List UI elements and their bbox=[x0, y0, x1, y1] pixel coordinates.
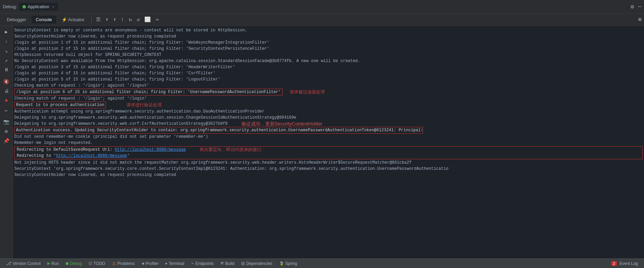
status-dependencies[interactable]: ⛓ Dependencies bbox=[238, 259, 276, 268]
terminal-icon: ▸ bbox=[166, 261, 168, 266]
console-line-1: SecurityContext is empty or contents are… bbox=[13, 27, 644, 33]
console-text-20a: Redirecting to DefaultSavedRequest Url: bbox=[17, 147, 115, 153]
console-line-4: /login at position 2 of 15 in additional… bbox=[13, 46, 644, 52]
annotation-20: 再次重定向，即访问原来的接口 bbox=[200, 147, 262, 153]
console-line-10: Checking match of request : '/login'; ag… bbox=[13, 83, 644, 89]
status-right: 2 Event Log bbox=[608, 261, 641, 266]
sidebar-btn-camera[interactable]: 📷 bbox=[1, 117, 12, 126]
console-line-2: SecurityContextHolder now cleared, as re… bbox=[13, 33, 644, 40]
sidebar-btn-pin[interactable]: 📌 bbox=[1, 136, 12, 145]
console-output[interactable]: SecurityContext is empty or contents are… bbox=[13, 26, 644, 258]
toolbar-btn-menu[interactable]: ☰ bbox=[94, 16, 102, 24]
console-line-13: Request is to process authentication 请求进… bbox=[13, 102, 644, 108]
console-line-23: SecurityContext 'org.springframework.sec… bbox=[13, 166, 644, 172]
console-text-2: SecurityContextHolder now cleared, as re… bbox=[14, 33, 176, 40]
toolbar-btn-down[interactable]: ⬇ bbox=[111, 16, 118, 24]
console-text-1: SecurityContext is empty or contents are… bbox=[14, 27, 247, 33]
sidebar-btn-resume[interactable]: ▶ bbox=[1, 27, 12, 36]
console-line-15: Delegating to org.springframework.securi… bbox=[13, 115, 644, 121]
console-text-23: SecurityContext 'org.springframework.sec… bbox=[14, 166, 449, 172]
console-line-19: Remember-me login not requested. bbox=[13, 140, 644, 146]
status-endpoints-label: Endpoints bbox=[195, 261, 214, 266]
status-terminal-label: Terminal bbox=[169, 261, 184, 266]
console-line-6: No SecurityContext was available from th… bbox=[13, 58, 644, 64]
console-text-7: /login at position 3 of 15 in additional… bbox=[14, 64, 235, 70]
debug-dot-icon bbox=[66, 262, 68, 265]
status-bar: ⎇ Version Control ▶ Run Debug ☑ TODO ⚠ P… bbox=[0, 258, 644, 268]
status-profiler[interactable]: ◈ Profiler bbox=[138, 259, 162, 268]
settings-icon[interactable]: ⚙ bbox=[631, 3, 634, 10]
highlighted-box-13: Request is to process authentication bbox=[14, 102, 106, 108]
status-build[interactable]: ⚒ Build bbox=[217, 259, 238, 268]
console-text-8: /login at position 4 of 15 in additional… bbox=[14, 70, 216, 76]
run-icon: ▶ bbox=[47, 261, 50, 266]
console-link-21[interactable]: http://localhost:8080/message bbox=[56, 153, 127, 159]
console-line-12: Checking match of request : '/login'; ag… bbox=[13, 95, 644, 102]
profiler-icon: ◈ bbox=[142, 261, 144, 266]
console-text-18: Did not send remember-me cookie (princip… bbox=[14, 134, 208, 140]
tab-debugger[interactable]: Debugger bbox=[3, 16, 30, 24]
console-line-3: /login at position 1 of 15 in additional… bbox=[13, 40, 644, 46]
console-text-15: Delegating to org.springframework.securi… bbox=[14, 115, 296, 121]
console-text-9: /login at position 5 of 15 in additional… bbox=[14, 76, 220, 83]
status-version-control-label: Version Control bbox=[13, 261, 41, 266]
sidebar-btn-stepout[interactable]: ↗ bbox=[1, 56, 12, 65]
spring-icon: 🍃 bbox=[279, 261, 284, 266]
sidebar-btn-mute[interactable]: 🔇 bbox=[1, 77, 12, 86]
todo-icon: ☑ bbox=[89, 261, 92, 266]
app-tab[interactable]: Application × bbox=[19, 3, 58, 11]
title-bar: Debug: Application × ⚙ — bbox=[0, 0, 644, 14]
console-text-16: Delegating to org.springframework.securi… bbox=[14, 121, 228, 127]
console-line-8: /login at position 4 of 15 in additional… bbox=[13, 70, 644, 76]
tab-actuator[interactable]: ⚡ Actuator bbox=[58, 16, 89, 24]
console-line-7: /login at position 3 of 15 in additional… bbox=[13, 64, 644, 70]
app-close-icon[interactable]: × bbox=[52, 5, 54, 9]
sidebar-btn-stepinto[interactable]: ↘ bbox=[1, 46, 12, 55]
toolbar-btn-columns[interactable]: ⇔ bbox=[154, 16, 160, 24]
status-todo-label: TODO bbox=[93, 261, 105, 266]
status-todo[interactable]: ☑ TODO bbox=[85, 259, 108, 268]
console-link-20[interactable]: http://localhost:8080/message bbox=[115, 147, 186, 153]
status-terminal[interactable]: ▸ Terminal bbox=[162, 259, 188, 268]
console-line-18: Did not send remember-me cookie (princip… bbox=[13, 134, 644, 140]
console-text-11: /login at position 6 of 15 in additional… bbox=[16, 90, 281, 94]
status-problems[interactable]: ⚠ Problems bbox=[109, 259, 138, 268]
toolbar: Debugger Console ⚡ Actuator ☰ ⬆ ⬇ ↕ ↻ ↺ … bbox=[0, 14, 644, 26]
console-text-10: Checking match of request : '/login'; ag… bbox=[14, 83, 149, 89]
toolbar-btn-rotate[interactable]: ↻ bbox=[127, 16, 133, 24]
redirect-box: Redirecting to DefaultSavedRequest Url: … bbox=[14, 146, 643, 159]
console-text-22: Not injecting HSTS header since it did n… bbox=[14, 160, 412, 166]
event-log-badge: 2 bbox=[611, 261, 617, 266]
status-spring[interactable]: 🍃 Spring bbox=[276, 259, 301, 268]
sidebar-btn-print[interactable]: 🖨 bbox=[1, 87, 12, 95]
debug-label: Debug: bbox=[3, 4, 17, 9]
console-line-16: Delegating to org.springframework.securi… bbox=[13, 121, 644, 127]
sidebar-btn-stop[interactable]: ■ bbox=[1, 96, 12, 105]
app-tab-label: Application bbox=[28, 4, 49, 9]
highlighted-box-11: /login at position 6 of 15 in additional… bbox=[14, 89, 283, 95]
toolbar-btn-up[interactable]: ⬆ bbox=[104, 16, 110, 24]
toolbar-btn-updown[interactable]: ↕ bbox=[119, 16, 126, 23]
title-bar-controls: ⚙ — bbox=[631, 3, 641, 10]
toolbar-separator bbox=[91, 16, 92, 23]
toolbar-btn-reload[interactable]: ↺ bbox=[135, 16, 141, 24]
status-dependencies-label: Dependencies bbox=[246, 261, 272, 266]
console-line-20: Redirecting to DefaultSavedRequest Url: … bbox=[15, 147, 642, 153]
console-line-11: /login at position 6 of 15 in additional… bbox=[13, 89, 644, 95]
toolbar-expand-icon[interactable]: ⊞ bbox=[638, 16, 641, 23]
tab-console[interactable]: Console bbox=[32, 16, 56, 24]
toolbar-btn-square[interactable]: ⬜ bbox=[143, 16, 153, 24]
status-debug[interactable]: Debug bbox=[62, 259, 85, 268]
status-run[interactable]: ▶ Run bbox=[44, 259, 62, 268]
sidebar-btn-pause[interactable]: ⏸ bbox=[1, 65, 12, 74]
console-text-6: No SecurityContext was available from th… bbox=[14, 58, 360, 64]
sidebar-btn-settings[interactable]: ⚙ bbox=[1, 127, 12, 136]
status-version-control[interactable]: ⎇ Version Control bbox=[3, 259, 44, 268]
status-endpoints[interactable]: ⤷ Endpoints bbox=[188, 259, 217, 268]
minimize-icon[interactable]: — bbox=[638, 4, 641, 10]
annotation-13: 请求进行验证处理 bbox=[126, 102, 162, 108]
status-event-log[interactable]: 2 Event Log bbox=[608, 261, 641, 266]
sidebar-btn-edit[interactable]: ✏ bbox=[1, 106, 12, 115]
console-line-17: Authentication success. Updating Securit… bbox=[13, 127, 644, 134]
sidebar-btn-stepover[interactable]: ↓ bbox=[1, 37, 12, 46]
